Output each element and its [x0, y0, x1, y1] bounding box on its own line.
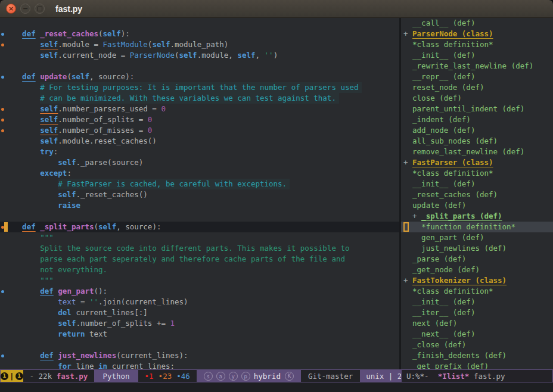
- minor-mode-y-icon[interactable]: y: [229, 372, 238, 381]
- imenu-entry-label[interactable]: __init__ (def): [412, 51, 475, 60]
- imenu-entry-label[interactable]: _close (def): [412, 340, 466, 349]
- expand-icon[interactable]: +: [403, 211, 421, 220]
- imenu-entry[interactable]: __init__ (def): [401, 179, 553, 189]
- code-line[interactable]: raise: [0, 200, 399, 211]
- code-line[interactable]: self._reset_caches(): [0, 189, 399, 200]
- imenu-entry-label[interactable]: gen_part (def): [421, 233, 484, 242]
- imenu-entry-label[interactable]: __iter__ (def): [412, 308, 475, 317]
- code-line[interactable]: def gen_part():: [0, 286, 399, 297]
- imenu-entry-label[interactable]: __init__ (def): [412, 297, 475, 306]
- imenu-entry[interactable]: __repr__ (def): [401, 71, 553, 82]
- imenu-entry[interactable]: close (def): [401, 93, 553, 104]
- code-editor[interactable]: def _reset_caches(self): self.module = F…: [0, 18, 399, 369]
- editing-style-label[interactable]: hybrid: [254, 372, 281, 381]
- expand-icon[interactable]: +: [403, 158, 412, 167]
- minor-mode-icons[interactable]: sayp: [204, 371, 254, 381]
- major-mode-segment[interactable]: Python: [94, 370, 138, 382]
- imenu-entry-label[interactable]: *class definition*: [412, 169, 493, 178]
- major-mode-label[interactable]: Python: [102, 372, 129, 381]
- minor-mode-s-icon[interactable]: s: [204, 372, 213, 381]
- imenu-entry-label[interactable]: update (def): [412, 201, 466, 210]
- minor-mode-p-icon[interactable]: p: [241, 372, 250, 381]
- minimize-button[interactable]: −: [20, 4, 30, 14]
- ilist-buffer-name[interactable]: *Ilist*: [438, 372, 470, 381]
- imenu-entry-label[interactable]: close (def): [412, 94, 462, 102]
- imenu-entry-label[interactable]: next (def): [412, 319, 457, 328]
- imenu-entry-label[interactable]: just_newlines (def): [421, 244, 507, 253]
- imenu-entry-label[interactable]: FastTokenizer (class): [412, 276, 507, 285]
- imenu-entry[interactable]: _get_node (def): [401, 265, 553, 275]
- code-line[interactable]: [0, 211, 399, 222]
- imenu-entry[interactable]: + ParserNode (class): [401, 29, 553, 39]
- code-line[interactable]: self.number_of_splits = 0: [0, 114, 399, 125]
- imenu-entry[interactable]: _indent (def): [401, 114, 553, 125]
- flycheck-warning-count[interactable]: •23: [159, 372, 172, 381]
- code-line[interactable]: self.module = FastModule(self.module_pat…: [0, 39, 399, 50]
- imenu-entry[interactable]: gen_part (def): [401, 232, 553, 243]
- code-line[interactable]: """: [0, 275, 399, 286]
- code-line[interactable]: self.current_node = ParserNode(self.modu…: [0, 50, 399, 61]
- imenu-entry[interactable]: __next__ (def): [401, 329, 553, 340]
- imenu-entry-label[interactable]: _indent (def): [412, 115, 471, 124]
- imenu-entry[interactable]: add_node (def): [401, 125, 553, 136]
- flycheck-error-count[interactable]: •1: [145, 372, 154, 381]
- code-line[interactable]: not everything.: [0, 265, 399, 275]
- imenu-entry-label[interactable]: _parse (def): [412, 254, 466, 263]
- flycheck-info-count[interactable]: •46: [176, 372, 190, 381]
- code-line[interactable]: """: [0, 232, 399, 243]
- imenu-entry-label[interactable]: *function definition*: [421, 222, 515, 231]
- imenu-entry-label[interactable]: parent_until_indent (def): [412, 104, 524, 113]
- imenu-entry[interactable]: *function definition*: [401, 222, 553, 232]
- code-line[interactable]: return text: [0, 329, 399, 340]
- buffer-info-segment[interactable]: - 22k fast.py: [23, 370, 95, 382]
- code-line[interactable]: [0, 18, 399, 29]
- buffer-name[interactable]: fast.py: [57, 372, 88, 381]
- modeline-inactive[interactable]: U:%*- *Ilist* fast.py: [401, 369, 553, 382]
- code-line[interactable]: parse each part seperately and therefore…: [0, 254, 399, 265]
- expand-icon[interactable]: +: [403, 276, 412, 285]
- imenu-entry[interactable]: _rewrite_last_newline (def): [401, 61, 553, 71]
- code-line[interactable]: def _reset_caches(self):: [0, 29, 399, 39]
- imenu-entry[interactable]: __call__ (def): [401, 18, 553, 29]
- imenu-entry[interactable]: parent_until_indent (def): [401, 104, 553, 114]
- code-line[interactable]: text = ''.join(current_lines): [0, 297, 399, 307]
- imenu-entry-label[interactable]: *class definition*: [412, 40, 493, 49]
- imenu-entry-label[interactable]: _get_prefix (def): [412, 362, 489, 369]
- vc-segment[interactable]: Git-master: [301, 370, 360, 382]
- code-line[interactable]: self.number_of_misses = 0: [0, 125, 399, 136]
- imenu-entry[interactable]: __iter__ (def): [401, 307, 553, 318]
- code-line[interactable]: except:: [0, 168, 399, 179]
- imenu-entry[interactable]: + FastParser (class): [401, 157, 553, 168]
- imenu-entry[interactable]: *class definition*: [401, 39, 553, 50]
- imenu-entry-label[interactable]: _finish_dedents (def): [412, 351, 507, 360]
- imenu-entry[interactable]: reset_node (def): [401, 82, 553, 93]
- code-line[interactable]: self.number_parsers_used = 0: [0, 104, 399, 114]
- code-line[interactable]: def just_newlines(current_lines):: [0, 350, 399, 361]
- minor-mode-a-icon[interactable]: a: [216, 372, 225, 381]
- imenu-entry[interactable]: + _split_parts (def): [401, 211, 553, 222]
- imenu-entry-label[interactable]: __call__ (def): [412, 18, 475, 27]
- close-button[interactable]: ×: [6, 4, 16, 14]
- imenu-entry-label[interactable]: add_node (def): [412, 126, 475, 135]
- expand-icon[interactable]: +: [403, 29, 412, 38]
- code-line[interactable]: Split the source code into different par…: [0, 243, 399, 254]
- imenu-entry-label[interactable]: remove_last_newline (def): [412, 147, 524, 156]
- code-line[interactable]: # FastParser is cached, be careful with …: [0, 179, 399, 189]
- imenu-entry-label[interactable]: *class definition*: [412, 287, 493, 295]
- minor-modes-segment[interactable]: sayp hybrid K: [197, 370, 301, 382]
- imenu-entry[interactable]: next (def): [401, 318, 553, 329]
- modified-indicator[interactable]: -: [30, 372, 35, 381]
- imenu-entry[interactable]: + FastTokenizer (class): [401, 275, 553, 286]
- maximize-button[interactable]: [35, 4, 45, 14]
- imenu-entry-label[interactable]: FastParser (class): [412, 158, 493, 167]
- imenu-entry-label[interactable]: __repr__ (def): [412, 72, 475, 81]
- imenu-entry[interactable]: _finish_dedents (def): [401, 350, 553, 361]
- code-line[interactable]: def _split_parts(self, source):: [0, 222, 399, 232]
- imenu-entry-label[interactable]: reset_node (def): [412, 83, 484, 92]
- code-line[interactable]: # For testing purposes: It is important …: [0, 82, 399, 93]
- code-line[interactable]: self.module.reset_caches(): [0, 136, 399, 147]
- code-line[interactable]: self._parse(source): [0, 157, 399, 168]
- imenu-entry[interactable]: all_sub_nodes (def): [401, 136, 553, 147]
- minor-mode-k-icon[interactable]: K: [285, 372, 294, 381]
- imenu-entry-label[interactable]: ParserNode (class): [412, 29, 493, 38]
